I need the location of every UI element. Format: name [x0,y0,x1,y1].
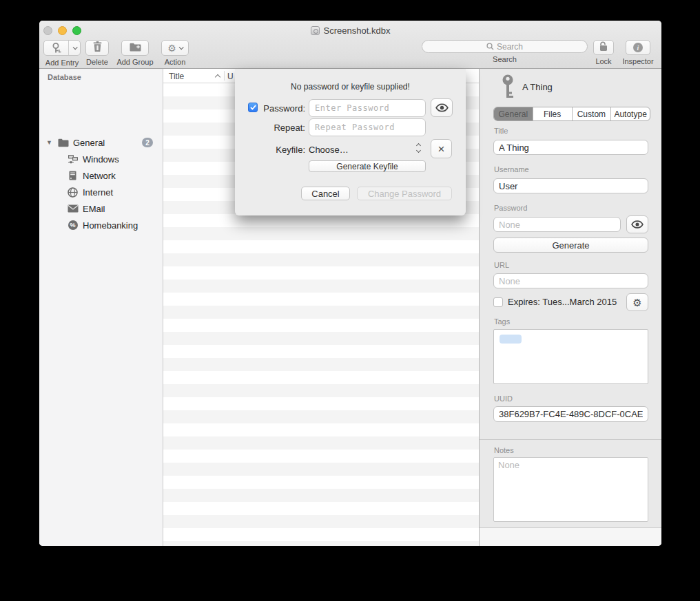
tags-field[interactable] [493,329,648,384]
sidebar-item-label: Network [83,171,116,181]
sidebar-item-network[interactable]: Network [39,168,163,183]
inspector-label: Inspector [620,57,656,65]
info-icon: i [633,43,643,52]
sheet-keyfile-label: Keyfile: [260,145,305,155]
window-title: Screenshot.kdbx [324,25,391,36]
password-label: Password [494,204,527,212]
action-button[interactable]: ⚙ [161,40,189,56]
cancel-button[interactable]: Cancel [301,187,350,200]
expires-settings-button[interactable]: ⚙ [626,293,648,311]
add-entry-group: Add Entry [42,40,82,67]
column-header-title[interactable]: Title [169,69,184,83]
expires-checkbox[interactable] [493,297,503,307]
search-label: Search [422,55,588,63]
eye-icon [435,103,449,112]
chevron-down-icon [178,45,183,50]
keyfile-clear-button[interactable]: × [431,139,452,158]
checkmark-icon [250,105,256,110]
sidebar-item-internet[interactable]: Internet [39,184,163,200]
action-label: Action [161,58,189,66]
key-plus-icon [44,41,69,55]
sidebar-item-email[interactable]: EMail [39,201,163,216]
username-label: Username [494,165,529,173]
lock-button[interactable] [593,40,614,55]
gear-icon: ⚙ [632,297,641,308]
tab-custom[interactable]: Custom [573,107,612,120]
change-password-button[interactable]: Change Password [357,187,452,200]
folder-plus-icon [130,42,141,54]
entry-count-badge: 2 [142,138,153,147]
disclosure-triangle-icon[interactable]: ▼ [46,139,52,146]
uuid-field[interactable] [493,406,648,422]
tag-chip[interactable] [500,335,522,344]
sheet-password-label: Password: [260,103,305,114]
inspector-group: i Inspector [620,40,656,65]
trash-icon [93,41,102,54]
sheet-repeat-input[interactable] [309,118,426,136]
search-input[interactable]: Search [422,40,588,53]
sheet-reveal-password-button[interactable] [431,98,453,117]
column-divider[interactable] [224,71,225,81]
expires-label: Expires: Tues...March 2015 [508,297,617,307]
folder-icon [57,138,69,147]
inspector-tabs: General Files Custom Autotype [493,107,650,121]
entry-title: A Thing [522,82,553,92]
add-entry-label: Add Entry [42,59,82,67]
window-chrome: Screenshot.kdbx Add Entry Delete [39,21,661,69]
tab-autotype[interactable]: Autotype [611,107,650,120]
password-field[interactable] [493,217,621,232]
url-field[interactable] [493,273,648,288]
search-group: Search Search [422,40,588,63]
action-group: ⚙ Action [161,40,189,66]
sidebar-section-header: Database [48,73,81,81]
url-label: URL [494,261,509,269]
delete-group: Delete [83,40,111,66]
percent-icon: % [67,220,79,230]
inspector-divider [480,439,661,440]
search-icon [486,43,494,50]
search-placeholder: Search [497,42,523,52]
sidebar-item-general[interactable]: ▼ General 2 [39,135,163,150]
tags-label: Tags [494,317,510,326]
reveal-password-button[interactable] [626,215,648,233]
add-entry-dropdown-icon[interactable] [69,41,80,55]
titlebar: Screenshot.kdbx [39,21,661,40]
sidebar-item-homebanking[interactable]: % Homebanking [39,218,163,233]
tab-general[interactable]: General [494,107,533,120]
add-group-label: Add Group [114,58,156,66]
inspector-panel: A Thing General Files Custom Autotype Ti… [479,69,661,546]
password-enable-checkbox[interactable] [248,103,258,112]
change-password-sheet: No password or keyfile supplied! Passwor… [235,69,466,215]
username-field[interactable] [493,178,648,193]
key-icon [500,74,515,103]
sidebar-item-windows[interactable]: Windows [39,151,163,167]
inspector-button[interactable]: i [626,40,650,55]
title-field[interactable] [493,140,648,155]
sort-ascending-icon [215,74,220,80]
add-group-group: Add Group [114,40,156,66]
title-label: Title [494,127,508,135]
sheet-message: No password or keyfile supplied! [235,82,466,92]
keyfile-popup[interactable]: Choose… [309,145,349,155]
lock-group: Lock [590,40,617,65]
sheet-password-input[interactable] [309,99,426,117]
add-entry-button[interactable] [43,40,81,56]
delete-label: Delete [83,58,111,66]
column-header-username[interactable]: U [227,69,234,83]
keyfile-stepper-icon[interactable] [417,144,420,152]
generate-keyfile-button[interactable]: Generate Keyfile [309,160,426,172]
add-group-button[interactable] [121,40,149,56]
server-icon [67,171,79,180]
close-icon: × [438,143,445,155]
sidebar-item-label: Internet [83,187,113,198]
uuid-label: UUID [494,394,513,403]
notes-field[interactable] [493,457,648,522]
generate-button[interactable]: Generate [493,238,648,253]
app-window: Screenshot.kdbx Add Entry Delete [39,21,661,546]
eye-icon [631,220,644,229]
sheet-repeat-label: Repeat: [260,123,305,133]
tab-files[interactable]: Files [533,107,573,120]
inspector-footer [480,527,661,546]
gear-icon: ⚙ [167,43,176,53]
delete-button[interactable] [85,40,109,56]
